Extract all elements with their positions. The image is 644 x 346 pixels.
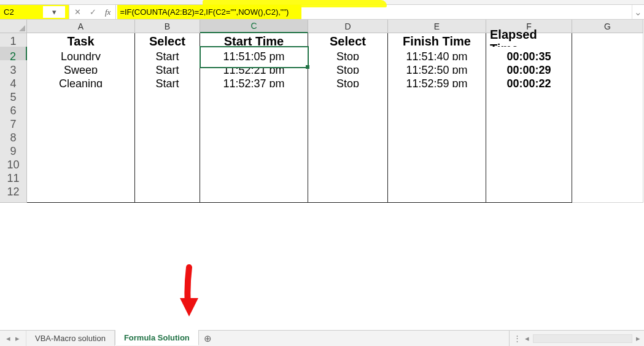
highlight-annotation-top: [203, 0, 387, 7]
cell-B12[interactable]: [135, 182, 200, 203]
cell-D12[interactable]: [308, 182, 388, 203]
horizontal-scrollbar[interactable]: ⋮ ◂ ▸: [509, 331, 644, 346]
name-box[interactable]: C2 ▾: [0, 5, 69, 19]
cell-A12[interactable]: [27, 182, 135, 203]
cell-C12[interactable]: [200, 182, 308, 203]
tab-prev-icon[interactable]: ◂: [6, 334, 10, 343]
cell-F12[interactable]: [486, 182, 572, 203]
column-header-G[interactable]: G: [572, 20, 643, 33]
name-box-value: C2: [4, 7, 14, 17]
add-sheet-button[interactable]: ⊕: [199, 331, 217, 346]
tab-next-icon[interactable]: ▸: [15, 334, 20, 343]
sheet-tab-formula-solution[interactable]: Formula Solution: [115, 330, 199, 345]
tab-nav: ◂ ▸: [0, 331, 26, 346]
hscroll-sep-icon: ⋮: [513, 334, 521, 343]
cell-C2[interactable]: 11:51:05 pm: [200, 47, 308, 68]
spreadsheet-grid[interactable]: ABCDEFG1TaskSelectStart TimeSelectFinish…: [0, 20, 644, 195]
cell-E12[interactable]: [388, 182, 486, 203]
column-header-D[interactable]: D: [308, 20, 388, 33]
scrollbar-track[interactable]: [533, 334, 632, 343]
cancel-button[interactable]: ✕: [74, 7, 81, 17]
cell-G12[interactable]: [572, 182, 643, 203]
formula-bar-expand-icon[interactable]: ⌄: [632, 5, 644, 19]
confirm-button[interactable]: ✓: [90, 7, 96, 17]
column-header-B[interactable]: B: [135, 20, 200, 33]
column-header-A[interactable]: A: [27, 20, 135, 33]
fx-icon[interactable]: fx: [105, 7, 111, 17]
select-all-corner[interactable]: [0, 20, 27, 33]
sheet-tab-strip: ◂ ▸ VBA-Macro solutionFormula Solution ⊕…: [0, 330, 644, 346]
row-header-12[interactable]: 12: [0, 182, 27, 203]
name-box-dropdown-icon[interactable]: ▾: [43, 6, 65, 18]
column-header-E[interactable]: E: [388, 20, 486, 33]
sheet-tab-vba-macro-solution[interactable]: VBA-Macro solution: [26, 331, 115, 346]
formula-bar-buttons: ✕ ✓ fx: [69, 5, 115, 19]
column-header-C[interactable]: C: [200, 20, 308, 33]
formula-text: =IF(COUNTA(A2:B2)=2,IF(C2="",NOW(),C2),"…: [120, 7, 289, 17]
scroll-left-icon[interactable]: ◂: [525, 334, 529, 343]
arrow-annotation: [177, 264, 201, 320]
scroll-right-icon[interactable]: ▸: [636, 334, 640, 343]
